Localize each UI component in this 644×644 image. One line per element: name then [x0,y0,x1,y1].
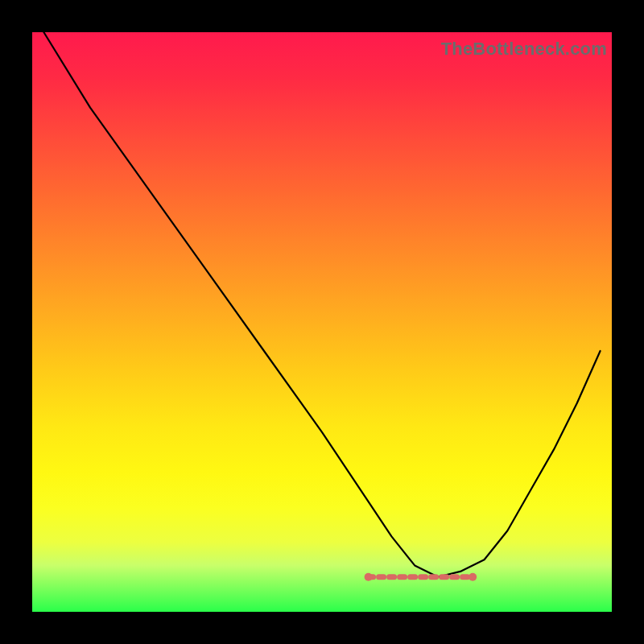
valley-dot-left [365,573,373,581]
curve-svg [32,32,612,612]
valley-dot-right [469,573,477,581]
chart-container: TheBottleneck.com [0,0,644,644]
plot-area: TheBottleneck.com [32,32,612,612]
bottleneck-curve [43,32,600,577]
